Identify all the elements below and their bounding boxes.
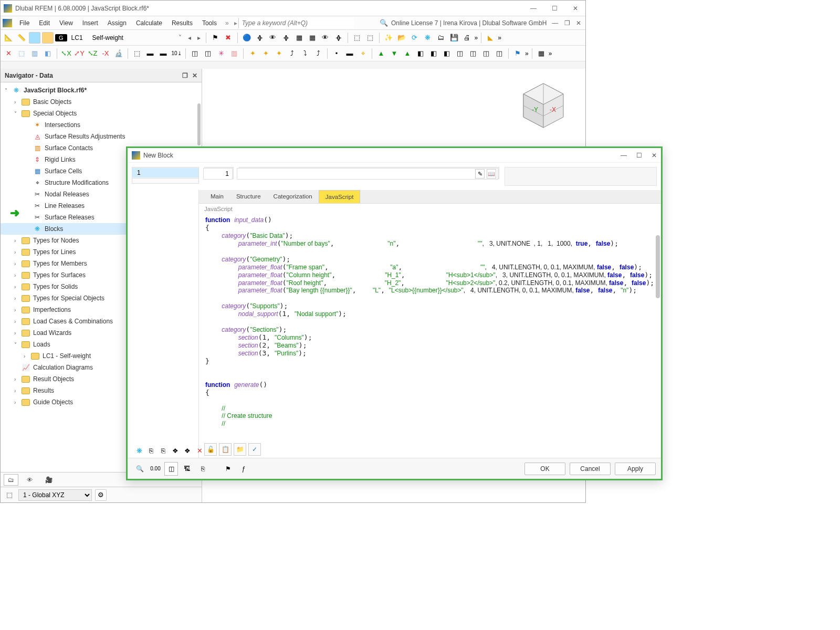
tool-icon[interactable]: ◧ <box>42 48 54 59</box>
dialog-maximize-button[interactable]: ☐ <box>636 152 642 159</box>
tool-icon[interactable]: 🗂 <box>435 32 447 44</box>
list-copy2-icon[interactable]: ⎘ <box>158 445 169 456</box>
tool-icon[interactable]: ◫ <box>494 48 505 59</box>
axis-z-icon[interactable]: ⤡Z <box>87 48 98 59</box>
tab-categorization[interactable]: Categorization <box>267 190 319 203</box>
tool-icon[interactable]: ◧ <box>415 48 426 59</box>
axis-x-icon[interactable]: ⤡X <box>60 48 72 59</box>
lock-icon[interactable]: 🔓 <box>204 443 217 456</box>
minimize-button[interactable]: — <box>527 5 540 12</box>
axis-nx-icon[interactable]: -X <box>100 48 111 59</box>
menu-insert[interactable]: Insert <box>78 18 102 28</box>
tool-icon[interactable]: ⬚ <box>351 32 363 44</box>
list-new-icon[interactable]: ❋ <box>134 445 144 456</box>
menu-overflow[interactable]: » <box>222 19 232 27</box>
tool-icon[interactable]: ▦ <box>307 32 318 44</box>
tree-item-surface-results[interactable]: ◬Surface Results Adjustments <box>1 131 202 142</box>
tool-icon[interactable]: 💾 <box>448 32 460 44</box>
tool-icon[interactable]: ◫ <box>480 48 492 59</box>
scrollbar[interactable] <box>656 235 660 298</box>
tool-icon[interactable]: ▲ <box>402 48 413 59</box>
check-icon[interactable]: ✓ <box>248 443 261 456</box>
tool-icon[interactable]: 🔵 <box>241 32 253 44</box>
tool-icon[interactable]: ◫ <box>189 48 201 59</box>
loadcase-name[interactable]: Self-weight <box>90 33 174 43</box>
name-input[interactable] <box>237 168 498 180</box>
search-dropdown-icon[interactable]: ▸ <box>234 19 237 27</box>
tool-icon[interactable]: 📏 <box>16 32 27 44</box>
list-tool-icon[interactable]: ❖ <box>182 445 193 456</box>
list-delete-icon[interactable]: ✕ <box>194 445 205 456</box>
tool-icon[interactable]: ▥ <box>228 48 240 59</box>
tool-icon[interactable]: ⬚ <box>16 48 27 59</box>
tool-icon[interactable]: ⌖ <box>357 48 369 59</box>
folder-icon[interactable]: 📁 <box>234 443 246 456</box>
tool-icon[interactable]: ⤵ <box>299 48 311 59</box>
tool-icon[interactable]: ✕ <box>3 48 14 59</box>
coord-settings-icon[interactable]: ⚙ <box>95 489 107 501</box>
tool-icon[interactable]: ◣ <box>485 32 496 44</box>
tool-icon[interactable]: ⤴ <box>286 48 298 59</box>
tool-icon[interactable]: ▦ <box>293 32 305 44</box>
code-editor[interactable]: function input_data() { category("Basic … <box>199 214 661 441</box>
tool-icon[interactable]: ⤴ <box>312 48 324 59</box>
dialog-minimize-button[interactable]: — <box>621 152 627 159</box>
menu-calculate[interactable]: Calculate <box>132 18 166 28</box>
loadcase-id[interactable]: LC1 <box>69 33 88 43</box>
tool-icon[interactable]: ◧ <box>441 48 453 59</box>
tool-icon[interactable]: ✨ <box>383 32 394 44</box>
footer-tool-icon[interactable]: ⎘ <box>196 462 209 476</box>
footer-script-icon[interactable]: ƒ <box>237 462 250 476</box>
nav-tab-views-icon[interactable]: 🎥 <box>41 474 56 486</box>
toolbar-overflow[interactable]: » <box>549 50 552 57</box>
nav-tab-data-icon[interactable]: 🗂 <box>4 474 18 486</box>
footer-units-icon[interactable]: 0.00 <box>149 462 162 476</box>
tool-icon[interactable]: ᚖ <box>333 32 344 44</box>
tool-icon[interactable]: ✦ <box>273 48 285 59</box>
tool-icon[interactable]: ᚖ <box>280 32 292 44</box>
menu-assign[interactable]: Assign <box>103 18 131 28</box>
tool-icon[interactable]: 10⤓ <box>171 48 182 59</box>
tool-icon[interactable]: ✦ <box>247 48 258 59</box>
search-icon[interactable]: 🔍 <box>380 19 388 27</box>
loadcase-next-icon[interactable]: ▸ <box>195 34 203 41</box>
edit-name-icon[interactable]: ✎ <box>475 169 485 178</box>
mdi-restore-button[interactable]: ❐ <box>562 19 572 27</box>
tool-icon[interactable]: 📐 <box>3 32 14 44</box>
keyword-search-input[interactable] <box>238 18 354 28</box>
tool-icon[interactable]: 👁 <box>267 32 279 44</box>
tool-icon[interactable]: ⚑ <box>512 48 523 59</box>
library-icon[interactable]: 📖 <box>487 169 496 178</box>
tool-icon[interactable]: ▼ <box>388 48 400 59</box>
coord-icon[interactable]: ⬚ <box>4 489 15 501</box>
tool-icon[interactable]: ✦ <box>260 48 271 59</box>
no-input[interactable] <box>203 168 233 180</box>
menu-file[interactable]: File <box>15 18 34 28</box>
scrollbar[interactable] <box>197 103 201 145</box>
tree-item[interactable]: ›Basic Objects <box>1 96 202 108</box>
footer-tool-icon[interactable]: 🏗 <box>180 462 194 476</box>
tool-icon[interactable]: 🖨 <box>461 32 473 44</box>
tool-icon[interactable]: • <box>331 48 342 59</box>
tool-icon[interactable] <box>29 32 40 44</box>
tree-root[interactable]: ˅❋JavaScript Block.rf6* <box>1 85 202 96</box>
tree-item-intersections[interactable]: ✶Intersections <box>1 119 202 131</box>
loadcase-prev-icon[interactable]: ◂ <box>186 34 193 41</box>
nav-tab-display-icon[interactable]: 👁 <box>23 474 37 486</box>
tool-icon[interactable]: ✳ <box>215 48 227 59</box>
tool-icon[interactable]: ᚖ <box>254 32 266 44</box>
tool-icon[interactable]: ▬ <box>144 48 156 59</box>
navigator-float-icon[interactable]: ❐ <box>182 72 188 79</box>
tool-icon[interactable]: 📂 <box>396 32 407 44</box>
toolbar-overflow[interactable]: » <box>475 34 478 41</box>
mdi-close-button[interactable]: ✕ <box>574 19 583 27</box>
tab-javascript[interactable]: JavaScript <box>319 190 361 203</box>
tool-icon[interactable]: ❋ <box>422 32 434 44</box>
tab-structure[interactable]: Structure <box>230 190 267 203</box>
tool-icon[interactable] <box>42 32 54 44</box>
dialog-close-button[interactable]: ✕ <box>652 152 657 159</box>
list-tool-icon[interactable]: ❖ <box>170 445 181 456</box>
tool-icon[interactable]: ▬ <box>344 48 355 59</box>
axis-y-icon[interactable]: ⤢Y <box>74 48 85 59</box>
loadcase-dropdown-icon[interactable]: ˅ <box>176 34 184 41</box>
